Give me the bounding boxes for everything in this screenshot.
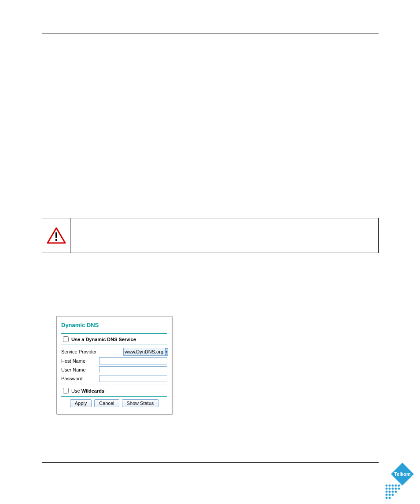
user-name-row: User Name bbox=[61, 366, 167, 373]
use-ddns-checkbox[interactable] bbox=[63, 336, 69, 342]
apply-button[interactable]: Apply bbox=[70, 399, 92, 407]
password-label: Password bbox=[61, 376, 99, 381]
telkom-logo: Telkom bbox=[383, 462, 415, 500]
host-name-row: Host Name bbox=[61, 357, 167, 364]
svg-point-15 bbox=[389, 491, 391, 493]
user-name-label: User Name bbox=[61, 367, 99, 372]
password-row: Password bbox=[61, 375, 167, 382]
svg-point-18 bbox=[386, 494, 388, 496]
use-ddns-label: Use a Dynamic DNS Service bbox=[71, 337, 136, 342]
svg-rect-1 bbox=[55, 232, 57, 238]
chevron-down-icon: ▾ bbox=[165, 348, 168, 356]
dynamic-dns-panel: Dynamic DNS Use a Dynamic DNS Service Se… bbox=[56, 316, 172, 414]
rule-bottom bbox=[42, 462, 379, 463]
svg-point-5 bbox=[389, 485, 391, 487]
svg-point-12 bbox=[395, 488, 397, 490]
cancel-button[interactable]: Cancel bbox=[94, 399, 119, 407]
rule-top-2 bbox=[42, 61, 379, 61]
panel-title: Dynamic DNS bbox=[61, 322, 167, 328]
separator bbox=[61, 333, 167, 334]
service-provider-select[interactable]: www.DynDNS.org ▾ bbox=[123, 348, 167, 356]
svg-point-8 bbox=[398, 485, 400, 487]
separator bbox=[61, 396, 167, 397]
service-provider-row: Service Provider www.DynDNS.org ▾ bbox=[61, 348, 167, 356]
separator bbox=[61, 385, 167, 385]
use-wildcards-label: Use Wildcards bbox=[71, 388, 104, 394]
use-wildcards-row[interactable]: Use Wildcards bbox=[61, 388, 167, 394]
svg-point-20 bbox=[392, 494, 394, 496]
warning-box bbox=[42, 218, 379, 253]
svg-point-19 bbox=[389, 494, 391, 496]
service-provider-value: www.DynDNS.org bbox=[125, 349, 163, 354]
svg-point-22 bbox=[389, 497, 391, 499]
warning-triangle-icon bbox=[47, 227, 66, 244]
service-provider-label: Service Provider bbox=[61, 349, 99, 354]
svg-point-9 bbox=[386, 488, 388, 490]
logo-text: Telkom bbox=[394, 471, 411, 477]
svg-point-7 bbox=[395, 485, 397, 487]
use-wildcards-checkbox[interactable] bbox=[63, 388, 69, 394]
svg-point-16 bbox=[392, 491, 394, 493]
svg-point-17 bbox=[395, 491, 397, 493]
host-name-label: Host Name bbox=[61, 358, 99, 364]
svg-point-21 bbox=[386, 497, 388, 499]
svg-rect-2 bbox=[55, 239, 57, 241]
use-ddns-row[interactable]: Use a Dynamic DNS Service bbox=[61, 336, 167, 342]
warning-icon-cell bbox=[42, 218, 70, 253]
svg-point-10 bbox=[389, 488, 391, 490]
svg-point-4 bbox=[386, 485, 388, 487]
svg-point-11 bbox=[392, 488, 394, 490]
password-input[interactable] bbox=[99, 375, 167, 382]
svg-point-6 bbox=[392, 485, 394, 487]
host-name-input[interactable] bbox=[99, 357, 167, 364]
show-status-button[interactable]: Show Status bbox=[122, 399, 159, 407]
page-root: Dynamic DNS Use a Dynamic DNS Service Se… bbox=[0, 0, 420, 504]
warning-text-cell bbox=[70, 218, 378, 253]
svg-point-14 bbox=[386, 491, 388, 493]
button-row: Apply Cancel Show Status bbox=[61, 399, 167, 407]
telkom-logo-icon: Telkom bbox=[383, 462, 415, 500]
svg-point-13 bbox=[398, 488, 400, 490]
rule-top-1 bbox=[42, 33, 379, 33]
separator bbox=[61, 345, 167, 345]
user-name-input[interactable] bbox=[99, 366, 167, 373]
